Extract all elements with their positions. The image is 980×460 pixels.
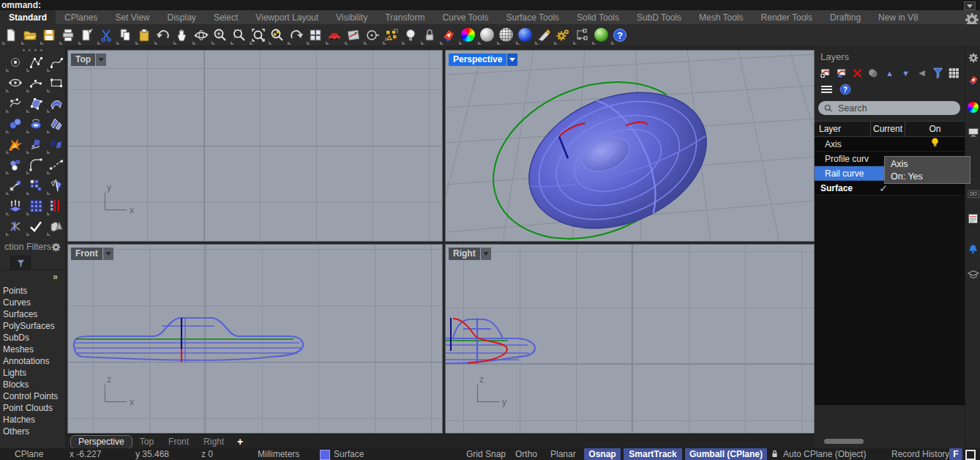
- spotlight-icon[interactable]: [534, 26, 553, 45]
- viewport-menu-caret[interactable]: [481, 248, 491, 260]
- menu-tab-solid-tools[interactable]: Solid Tools: [568, 10, 628, 24]
- cut-icon[interactable]: [97, 26, 116, 45]
- new-file-icon[interactable]: [1, 26, 20, 45]
- viewport-top-label[interactable]: Top: [71, 53, 106, 66]
- zoom-icon[interactable]: [211, 26, 230, 45]
- units-button[interactable]: Millimeters: [258, 448, 299, 460]
- color-wheel-icon[interactable]: [458, 26, 477, 45]
- viewport-right[interactable]: Right z y: [445, 244, 815, 434]
- render-preview-icon[interactable]: [591, 26, 610, 45]
- menu-icon[interactable]: [820, 83, 833, 95]
- copy-icon[interactable]: [116, 26, 135, 45]
- menu-tab-curve-tools[interactable]: Curve Tools: [433, 10, 497, 24]
- edit-text-icon[interactable]: [78, 26, 97, 45]
- learn-cap-icon[interactable]: [967, 268, 979, 281]
- rotate-view-icon[interactable]: [192, 26, 211, 45]
- ellipse-icon[interactable]: [6, 73, 25, 92]
- options-gears-icon[interactable]: [553, 26, 572, 45]
- command-history-dropdown[interactable]: [964, 1, 976, 10]
- zoom-window-icon[interactable]: [230, 26, 249, 45]
- list-item-curves[interactable]: Curves: [3, 297, 65, 308]
- point-icon[interactable]: [6, 53, 25, 72]
- toggle-filter[interactable]: F: [949, 448, 962, 460]
- lock-icon[interactable]: [420, 26, 439, 45]
- save-icon[interactable]: [40, 26, 59, 45]
- list-item-meshes[interactable]: Meshes: [3, 344, 65, 355]
- viewport-menu-caret[interactable]: [96, 53, 106, 66]
- filter-icon[interactable]: [932, 67, 944, 79]
- notes-tab-icon[interactable]: [967, 212, 979, 225]
- tab-front[interactable]: Front: [161, 436, 196, 448]
- orient-icon[interactable]: [6, 217, 25, 236]
- viewport-menu-caret[interactable]: [507, 53, 517, 66]
- move-down-icon[interactable]: ▼: [899, 67, 912, 79]
- help-icon[interactable]: ?: [610, 26, 629, 45]
- move-icon[interactable]: [6, 176, 25, 195]
- layer-search-box[interactable]: [818, 101, 960, 115]
- filters-expand-button[interactable]: »: [3, 270, 62, 282]
- toggle-grid-snap[interactable]: Grid Snap: [466, 448, 506, 460]
- zoom-selected-icon[interactable]: [268, 26, 287, 45]
- toggle-record-history[interactable]: Record History: [891, 448, 949, 460]
- object-snap-icon[interactable]: [382, 26, 401, 45]
- palette-grip[interactable]: [0, 45, 65, 53]
- add-viewport-tab-button[interactable]: +: [231, 436, 249, 448]
- torus-icon[interactable]: [26, 114, 45, 133]
- menu-tab-viewport-layout[interactable]: Viewport Layout: [247, 10, 327, 24]
- columns-icon[interactable]: [948, 67, 960, 79]
- viewport-perspective-label[interactable]: Perspective: [449, 53, 517, 66]
- menu-tab-new-in-v8[interactable]: New in V8: [869, 10, 927, 24]
- delete-layer-icon[interactable]: [851, 67, 864, 79]
- properties-tab-icon[interactable]: [967, 73, 979, 86]
- display-tab-icon[interactable]: [967, 101, 979, 114]
- viewport-layout-icon[interactable]: [306, 26, 325, 45]
- layer-color-swatch[interactable]: [320, 450, 330, 460]
- column-current[interactable]: Current: [870, 122, 905, 136]
- viewport-front-label[interactable]: Front: [71, 248, 113, 260]
- viewport-perspective[interactable]: Perspective: [445, 50, 815, 242]
- menu-tab-select[interactable]: Select: [205, 10, 247, 24]
- list-item-lights[interactable]: Lights: [3, 367, 65, 379]
- panel-gear-icon[interactable]: [967, 51, 979, 64]
- paste-icon[interactable]: [135, 26, 154, 45]
- viewport-front[interactable]: Front z x: [67, 244, 443, 434]
- array-linear-icon[interactable]: [47, 196, 66, 215]
- curved-surface-icon[interactable]: [47, 94, 66, 113]
- print-icon[interactable]: [59, 26, 78, 45]
- toggle-osnap[interactable]: Osnap: [584, 448, 621, 460]
- filter-funnel-tab[interactable]: [10, 256, 31, 270]
- column-layer[interactable]: Layer: [815, 122, 870, 136]
- toggle-ortho[interactable]: Ortho: [515, 448, 537, 460]
- menu-tab-cplanes[interactable]: CPlanes: [56, 10, 106, 24]
- tab-perspective[interactable]: Perspective: [70, 435, 132, 449]
- menu-tab-mesh-tools[interactable]: Mesh Tools: [690, 10, 752, 24]
- tab-top[interactable]: Top: [132, 436, 161, 448]
- list-item-others[interactable]: Others: [3, 426, 65, 437]
- list-item-points[interactable]: Points: [3, 285, 65, 297]
- cplane-button[interactable]: CPlane: [15, 448, 43, 460]
- curve-icon[interactable]: [47, 53, 66, 72]
- shaded-viewport-icon[interactable]: [477, 26, 496, 45]
- array-grid-icon[interactable]: [26, 196, 45, 215]
- wireframe-viewport-icon[interactable]: [496, 26, 515, 45]
- right-wireframe[interactable]: [446, 318, 535, 364]
- menu-tab-visibility[interactable]: Visibility: [327, 10, 376, 24]
- list-item-blocks[interactable]: Blocks: [3, 379, 65, 390]
- menu-tab-render-tools[interactable]: Render Tools: [752, 10, 822, 24]
- open-file-icon[interactable]: [20, 26, 40, 45]
- viewport-right-label[interactable]: Right: [449, 248, 491, 260]
- menu-tab-set-view[interactable]: Set View: [106, 10, 158, 24]
- move-up-icon[interactable]: ▲: [883, 67, 896, 79]
- notifications-bell-icon[interactable]: [967, 243, 979, 256]
- fillet-icon[interactable]: [26, 155, 45, 174]
- check-icon[interactable]: [26, 217, 45, 236]
- new-layer-icon[interactable]: [819, 67, 831, 79]
- menu-tab-surface-tools[interactable]: Surface Tools: [498, 10, 569, 24]
- menu-tab-display[interactable]: Display: [159, 10, 205, 24]
- front-wireframe[interactable]: [74, 318, 303, 363]
- viewport-menu-caret[interactable]: [103, 248, 113, 260]
- menu-tab-subd-tools[interactable]: SubD Tools: [628, 10, 690, 24]
- layer-row-axis[interactable]: Axis: [815, 137, 965, 152]
- list-item-subds[interactable]: SubDs: [3, 332, 65, 344]
- list-item-point-clouds[interactable]: Point Clouds: [3, 402, 65, 414]
